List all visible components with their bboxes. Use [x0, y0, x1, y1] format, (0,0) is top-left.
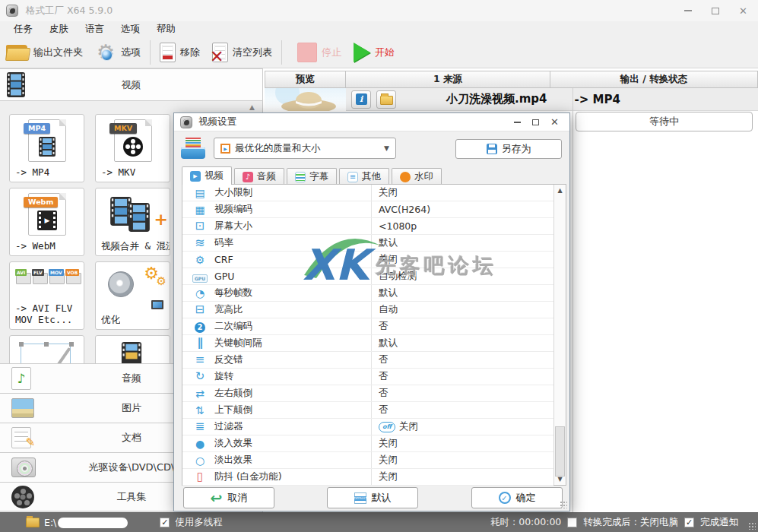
audio-tab-icon: ♪ — [243, 172, 253, 182]
setting-value-text: 否 — [379, 320, 389, 333]
column-header-source[interactable]: 1 来源 — [346, 71, 550, 88]
preset-dropdown[interactable]: ▶ 最优化的质量和大小 ▼ — [214, 138, 396, 159]
menu-item-language[interactable]: 语言 — [85, 23, 104, 36]
menu-item-task[interactable]: 任务 — [14, 23, 33, 36]
notify-checkbox[interactable]: ✓ — [684, 518, 694, 527]
setting-label: 过滤器 — [210, 420, 371, 433]
multithread-label: 使用多线程 — [175, 516, 223, 529]
options-button[interactable]: ⚙ 选项 — [89, 37, 147, 68]
tab-audio[interactable]: ♪ 音频 — [234, 168, 284, 185]
setting-row-icon — [190, 304, 210, 315]
sidebar-section-label: 视频 — [0, 78, 262, 92]
clear-list-button[interactable]: 清空列表 — [206, 37, 278, 68]
setting-row[interactable]: 视频编码 AVC(H264) — [182, 201, 553, 218]
setting-value-text: 关闭 — [379, 454, 398, 467]
close-button[interactable]: ✕ — [739, 6, 747, 16]
column-header-output[interactable]: 输出 / 转换状态 — [550, 71, 758, 88]
scrollbar-thumb[interactable] — [555, 426, 565, 477]
setting-label: 反交错 — [210, 353, 371, 366]
setting-row[interactable]: CRF 关闭 — [182, 252, 553, 268]
picture-icon — [11, 398, 34, 418]
setting-row[interactable]: 淡出效果 关闭 — [182, 452, 553, 469]
output-path-folder-icon[interactable] — [26, 518, 40, 527]
setting-row[interactable]: GPU 自动检测 — [182, 268, 553, 285]
setting-row[interactable]: 上下颠倒 否 — [182, 402, 553, 419]
gear-icon: ⚙ — [95, 42, 116, 62]
output-folder-button[interactable]: 输出文件夹 — [0, 37, 89, 68]
setting-row-icon — [190, 255, 210, 265]
output-path[interactable]: E:\ — [44, 517, 56, 528]
dialog-minimize-button[interactable] — [514, 122, 521, 123]
setting-row[interactable]: 大小限制 关闭 — [182, 185, 553, 201]
tile-avi-flv-mov[interactable]: AVI FLV MOV VOB -> AVI FLV MOV Etc... — [9, 261, 84, 330]
setting-value: off 关闭 — [371, 419, 553, 435]
tile-video-merge[interactable]: + 视频合并 & 混流 — [95, 188, 170, 256]
setting-row[interactable]: 过滤器 off 关闭 — [182, 419, 553, 435]
setting-value: AVC(H264) — [371, 201, 553, 217]
column-header-preview[interactable]: 预览 — [265, 71, 346, 88]
tab-label: 视频 — [205, 169, 224, 182]
default-button[interactable]: 默认 — [327, 487, 418, 508]
settings-scrollbar[interactable]: ▲ ▼ — [553, 185, 566, 485]
setting-row[interactable]: 关键帧间隔 默认 — [182, 335, 553, 352]
tile-optimize[interactable]: ⚙ ⚙ 优化 — [95, 261, 170, 330]
dialog-resize-grip[interactable] — [560, 501, 567, 508]
media-info-button[interactable]: i — [351, 90, 371, 109]
setting-value-text: 关闭 — [379, 437, 398, 450]
tab-other[interactable]: ≡ 其他 — [339, 168, 389, 185]
save-as-button[interactable]: 另存为 — [455, 139, 562, 159]
file-row[interactable]: i 小刀洗澡视频.mp4 -> MP4 — [265, 88, 758, 111]
setting-value-text: AVC(H264) — [379, 204, 430, 215]
cancel-button[interactable]: ↩ 取消 — [183, 487, 274, 508]
menu-item-skin[interactable]: 皮肤 — [49, 23, 68, 36]
setting-row[interactable]: 防抖 (白金功能) 关闭 — [182, 469, 553, 486]
tile-mp4[interactable]: MP4 -> MP4 — [9, 114, 84, 182]
sidebar-section-video[interactable]: 视频 — [0, 68, 263, 101]
setting-row[interactable]: 码率 默认 — [182, 235, 553, 252]
shutdown-after-checkbox[interactable] — [567, 518, 577, 527]
dialog-maximize-button[interactable] — [532, 119, 539, 125]
subtitle-tab-icon — [295, 172, 306, 182]
setting-row[interactable]: 旋转 否 — [182, 369, 553, 385]
setting-value-text: 关闭 — [399, 420, 418, 433]
menu-item-help[interactable]: 帮助 — [157, 23, 176, 36]
maximize-button[interactable] — [712, 8, 719, 14]
setting-row[interactable]: 宽高比 自动 — [182, 302, 553, 318]
remove-button[interactable]: 移除 — [154, 37, 206, 68]
film-reel-icon — [11, 486, 34, 508]
window-resize-grip[interactable] — [748, 522, 756, 530]
scroll-up-icon[interactable]: ▲ — [554, 187, 566, 194]
dialog-title-bar[interactable]: 视频设置 ✕ — [174, 113, 569, 131]
app-logo-icon — [180, 116, 192, 128]
setting-row-icon — [190, 371, 210, 382]
start-button[interactable]: 开始 — [347, 37, 401, 68]
settings-tabs: ▶ 视频 ♪ 音频 字幕 ≡ 其他 水印 — [182, 166, 444, 185]
setting-row[interactable]: 反交错 否 — [182, 352, 553, 369]
tile-webm[interactable]: Webm ▶ -> WebM — [9, 188, 84, 256]
minimize-button[interactable] — [684, 10, 692, 11]
setting-row-icon — [190, 405, 210, 416]
setting-row[interactable]: 每秒帧数 默认 — [182, 285, 553, 302]
setting-row[interactable]: 屏幕大小 <1080p — [182, 218, 553, 235]
dialog-close-button[interactable]: ✕ — [550, 117, 559, 127]
multithread-checkbox[interactable]: ✓ — [160, 518, 170, 527]
menu-item-options[interactable]: 选项 — [121, 23, 140, 36]
format-chips: AVI FLV MOV VOB — [16, 273, 81, 284]
setting-row[interactable]: 左右颠倒 否 — [182, 385, 553, 402]
setting-row-icon — [190, 271, 210, 282]
setting-row-icon — [190, 421, 210, 432]
scroll-down-icon[interactable]: ▼ — [554, 476, 566, 483]
setting-row[interactable]: 二次编码 否 — [182, 318, 553, 335]
setting-value-text: 否 — [379, 353, 389, 366]
open-folder-button[interactable] — [376, 90, 396, 109]
tab-video[interactable]: ▶ 视频 — [182, 166, 232, 185]
screen-icon — [151, 300, 163, 309]
ok-button[interactable]: ✓ 确定 — [471, 487, 563, 508]
tile-mkv[interactable]: MKV -> MKV — [95, 114, 170, 182]
tab-watermark[interactable]: 水印 — [392, 168, 442, 185]
tab-subtitle[interactable]: 字幕 — [287, 168, 337, 185]
stop-button[interactable]: 停止 — [291, 37, 347, 68]
setting-row[interactable]: 淡入效果 关闭 — [182, 435, 553, 452]
gear-icon: ⚙ — [157, 274, 167, 288]
tile-scroll-up-icon[interactable]: ▲ — [249, 103, 255, 111]
